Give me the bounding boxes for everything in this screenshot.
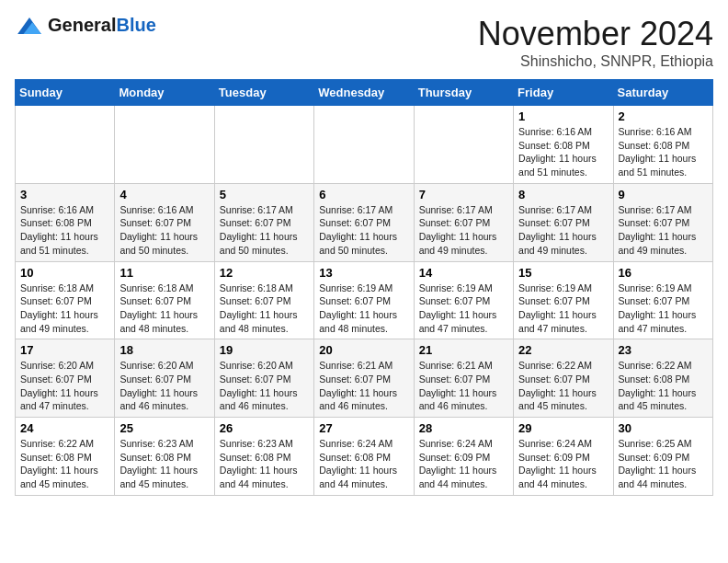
day-number: 25 [119,421,209,435]
day-info: Sunrise: 6:24 AM Sunset: 6:08 PM Dayligh… [319,437,408,491]
day-number: 13 [319,266,408,280]
title-block: November 2024 Shinshicho, SNNPR, Ethiopi… [478,15,713,70]
day-info: Sunrise: 6:19 AM Sunset: 6:07 PM Dayligh… [619,282,708,336]
calendar-header: SundayMondayTuesdayWednesdayThursdayFrid… [16,80,713,106]
calendar-cell [314,106,414,184]
logo-blue: Blue [116,15,155,35]
day-number: 23 [619,343,708,357]
month-title: November 2024 [478,15,713,53]
day-number: 27 [319,421,408,435]
calendar-cell: 6Sunrise: 6:17 AM Sunset: 6:07 PM Daylig… [314,183,414,261]
day-number: 18 [119,343,209,357]
day-info: Sunrise: 6:16 AM Sunset: 6:07 PM Dayligh… [119,203,209,258]
day-info: Sunrise: 6:18 AM Sunset: 6:07 PM Dayligh… [20,282,109,336]
day-info: Sunrise: 6:17 AM Sunset: 6:07 PM Dayligh… [319,203,408,258]
weekday-header: Friday [514,80,613,106]
calendar-cell: 8Sunrise: 6:17 AM Sunset: 6:07 PM Daylig… [514,183,613,261]
calendar-cell: 14Sunrise: 6:19 AM Sunset: 6:07 PM Dayli… [414,261,513,339]
day-info: Sunrise: 6:23 AM Sunset: 6:08 PM Dayligh… [119,437,209,491]
day-info: Sunrise: 6:21 AM Sunset: 6:07 PM Dayligh… [319,359,408,413]
day-info: Sunrise: 6:22 AM Sunset: 6:07 PM Dayligh… [518,359,608,413]
calendar-cell: 27Sunrise: 6:24 AM Sunset: 6:08 PM Dayli… [314,418,414,496]
logo-general: General [48,15,116,35]
weekday-header: Thursday [414,80,513,106]
calendar-cell: 30Sunrise: 6:25 AM Sunset: 6:09 PM Dayli… [613,418,712,496]
day-info: Sunrise: 6:17 AM Sunset: 6:07 PM Dayligh… [619,203,708,258]
day-info: Sunrise: 6:17 AM Sunset: 6:07 PM Dayligh… [518,203,608,258]
day-info: Sunrise: 6:18 AM Sunset: 6:07 PM Dayligh… [220,282,309,336]
day-info: Sunrise: 6:23 AM Sunset: 6:08 PM Dayligh… [220,437,309,491]
calendar-cell [115,106,214,184]
calendar-cell [414,106,513,184]
calendar-cell: 25Sunrise: 6:23 AM Sunset: 6:08 PM Dayli… [115,418,214,496]
location: Shinshicho, SNNPR, Ethiopia [478,53,713,70]
day-number: 17 [20,343,109,357]
day-info: Sunrise: 6:22 AM Sunset: 6:08 PM Dayligh… [619,359,708,413]
day-info: Sunrise: 6:20 AM Sunset: 6:07 PM Dayligh… [20,359,109,413]
day-info: Sunrise: 6:16 AM Sunset: 6:08 PM Dayligh… [518,125,608,179]
calendar-cell [214,106,313,184]
day-info: Sunrise: 6:17 AM Sunset: 6:07 PM Dayligh… [220,203,309,258]
day-number: 26 [220,421,309,435]
day-number: 11 [119,266,209,280]
weekday-header: Monday [115,80,214,106]
day-number: 8 [518,188,608,201]
day-number: 9 [619,188,708,201]
weekday-header: Saturday [613,80,712,106]
calendar-cell: 9Sunrise: 6:17 AM Sunset: 6:07 PM Daylig… [613,183,712,261]
day-info: Sunrise: 6:20 AM Sunset: 6:07 PM Dayligh… [220,359,309,413]
day-number: 3 [20,188,109,201]
calendar-cell: 15Sunrise: 6:19 AM Sunset: 6:07 PM Dayli… [514,261,613,339]
calendar-cell: 13Sunrise: 6:19 AM Sunset: 6:07 PM Dayli… [314,261,414,339]
day-number: 22 [518,343,608,357]
day-number: 16 [619,266,708,280]
day-info: Sunrise: 6:17 AM Sunset: 6:07 PM Dayligh… [419,203,508,258]
day-number: 12 [220,266,309,280]
calendar-cell: 18Sunrise: 6:20 AM Sunset: 6:07 PM Dayli… [115,339,214,418]
calendar-cell: 28Sunrise: 6:24 AM Sunset: 6:09 PM Dayli… [414,418,513,496]
day-number: 30 [619,421,708,435]
day-info: Sunrise: 6:18 AM Sunset: 6:07 PM Dayligh… [119,282,209,336]
day-number: 24 [20,421,109,435]
day-number: 20 [319,343,408,357]
calendar-cell [16,106,115,184]
day-number: 29 [518,421,608,435]
calendar-cell: 22Sunrise: 6:22 AM Sunset: 6:07 PM Dayli… [514,339,613,418]
day-info: Sunrise: 6:19 AM Sunset: 6:07 PM Dayligh… [518,282,608,336]
calendar-cell: 12Sunrise: 6:18 AM Sunset: 6:07 PM Dayli… [214,261,313,339]
day-info: Sunrise: 6:21 AM Sunset: 6:07 PM Dayligh… [419,359,508,413]
calendar-cell: 1Sunrise: 6:16 AM Sunset: 6:08 PM Daylig… [514,106,613,184]
day-number: 1 [518,109,608,123]
day-info: Sunrise: 6:19 AM Sunset: 6:07 PM Dayligh… [419,282,508,336]
day-info: Sunrise: 6:24 AM Sunset: 6:09 PM Dayligh… [518,437,608,491]
day-number: 7 [419,188,508,201]
day-number: 10 [20,266,109,280]
logo-icon [15,17,44,34]
day-info: Sunrise: 6:25 AM Sunset: 6:09 PM Dayligh… [619,437,708,491]
calendar-cell: 26Sunrise: 6:23 AM Sunset: 6:08 PM Dayli… [214,418,313,496]
day-number: 14 [419,266,508,280]
calendar-cell: 5Sunrise: 6:17 AM Sunset: 6:07 PM Daylig… [214,183,313,261]
day-number: 6 [319,188,408,201]
calendar-cell: 16Sunrise: 6:19 AM Sunset: 6:07 PM Dayli… [613,261,712,339]
calendar-cell: 21Sunrise: 6:21 AM Sunset: 6:07 PM Dayli… [414,339,513,418]
calendar-table: SundayMondayTuesdayWednesdayThursdayFrid… [15,79,713,496]
calendar-cell: 2Sunrise: 6:16 AM Sunset: 6:08 PM Daylig… [613,106,712,184]
calendar-cell: 10Sunrise: 6:18 AM Sunset: 6:07 PM Dayli… [16,261,115,339]
weekday-header: Wednesday [314,80,414,106]
calendar-cell: 17Sunrise: 6:20 AM Sunset: 6:07 PM Dayli… [16,339,115,418]
calendar-cell: 7Sunrise: 6:17 AM Sunset: 6:07 PM Daylig… [414,183,513,261]
calendar-cell: 4Sunrise: 6:16 AM Sunset: 6:07 PM Daylig… [115,183,214,261]
day-number: 28 [419,421,508,435]
calendar-cell: 29Sunrise: 6:24 AM Sunset: 6:09 PM Dayli… [514,418,613,496]
day-info: Sunrise: 6:22 AM Sunset: 6:08 PM Dayligh… [20,437,109,491]
day-info: Sunrise: 6:20 AM Sunset: 6:07 PM Dayligh… [119,359,209,413]
day-info: Sunrise: 6:16 AM Sunset: 6:08 PM Dayligh… [619,125,708,179]
day-number: 4 [119,188,209,201]
day-number: 19 [220,343,309,357]
weekday-header: Tuesday [214,80,313,106]
page-header: GeneralBlue November 2024 Shinshicho, SN… [15,15,713,70]
calendar-cell: 11Sunrise: 6:18 AM Sunset: 6:07 PM Dayli… [115,261,214,339]
calendar-cell: 3Sunrise: 6:16 AM Sunset: 6:08 PM Daylig… [16,183,115,261]
day-info: Sunrise: 6:19 AM Sunset: 6:07 PM Dayligh… [319,282,408,336]
